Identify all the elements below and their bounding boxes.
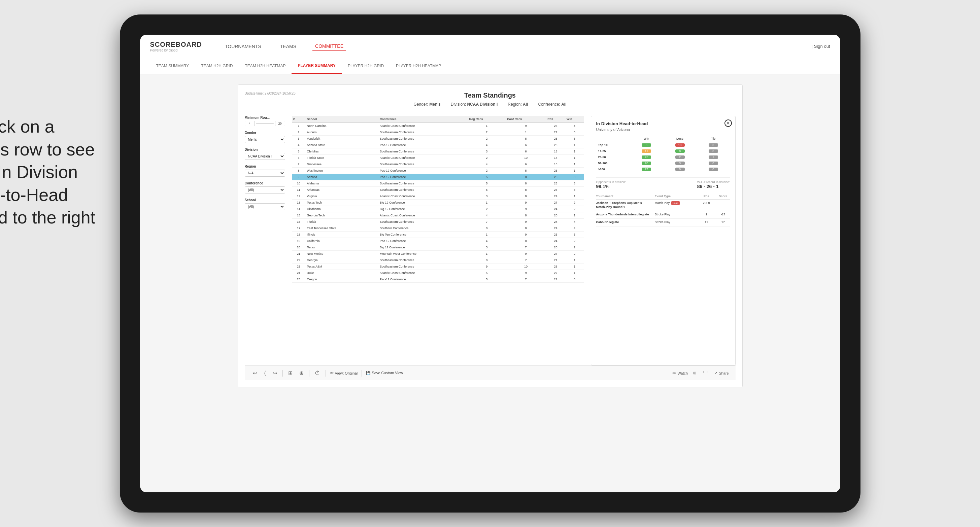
table-row[interactable]: 21 New Mexico Mountain West Conference 1…	[292, 251, 584, 257]
cell-reg-rank: 1	[468, 251, 505, 257]
loss-badge: Loss	[671, 201, 680, 205]
save-custom-label[interactable]: 💾 Save Custom View	[366, 371, 403, 375]
gender-select[interactable]: Men's	[245, 136, 285, 143]
table-row[interactable]: 20 Texas Big 12 Conference 3 7 20 2	[292, 244, 584, 251]
table-row[interactable]: 18 Illinois Big Ten Conference 1 9 23 3	[292, 232, 584, 238]
cell-school: Arizona	[305, 174, 379, 180]
cell-school: East Tennessee State	[305, 225, 379, 232]
cell-rds: 24	[546, 225, 565, 232]
view-original-label[interactable]: 👁 View: Original	[330, 371, 358, 376]
cell-conf-rank: 6	[506, 161, 546, 168]
subnav-team-summary[interactable]: TEAM SUMMARY	[150, 59, 195, 73]
crop-button[interactable]: ⊞	[287, 368, 294, 378]
cell-conference: Southeastern Conference	[379, 136, 468, 142]
table-row[interactable]: 23 Texas A&M Southeastern Conference 9 1…	[292, 264, 584, 270]
subnav-player-h2h-heatmap[interactable]: PLAYER H2H HEATMAP	[390, 59, 447, 73]
min-rounds-min-input[interactable]	[245, 121, 255, 126]
cell-win: 3	[565, 180, 584, 187]
annotation-text: 5. Click on a team's row to see their In…	[0, 116, 100, 229]
nav-committee[interactable]: COMMITTEE	[312, 42, 346, 51]
conference-select[interactable]: (All)	[245, 186, 285, 194]
cell-rds: 18	[546, 161, 565, 168]
col-conference: Conference	[379, 116, 468, 123]
step-back-button[interactable]: ⟨	[262, 368, 267, 378]
table-row[interactable]: 15 Georgia Tech Atlantic Coast Conferenc…	[292, 212, 584, 219]
subnav-team-h2h-heatmap[interactable]: TEAM H2H HEATMAP	[239, 59, 291, 73]
table-row[interactable]: 3 Vanderbilt Southeastern Conference 2 8…	[292, 136, 584, 142]
sign-out-link[interactable]: | Sign out	[812, 44, 830, 49]
tournament-row-3[interactable]: Cabo Collegiate Stroke Play 11 17	[596, 219, 730, 227]
subnav-team-h2h-grid[interactable]: TEAM H2H GRID	[195, 59, 239, 73]
tournament-name-2: Arizona Thunderbirds Intercollegiate	[596, 213, 652, 217]
cell-num: 18	[292, 232, 306, 238]
nav-tournaments[interactable]: TOURNAMENTS	[222, 42, 264, 51]
cell-conference: Pac-12 Conference	[379, 168, 468, 174]
conference-select-label: Conference	[245, 181, 285, 185]
table-row[interactable]: 9 Arizona Pac-12 Conference 5 8 23 3	[292, 174, 584, 180]
h2h-loss: 3	[663, 160, 697, 166]
table-row[interactable]: 2 Auburn Southeastern Conference 2 1 27 …	[292, 129, 584, 136]
add-button[interactable]: ⊕	[298, 368, 305, 378]
table-row[interactable]: 22 Georgia Southeastern Conference 8 7 2…	[292, 257, 584, 264]
cell-reg-rank: 4	[468, 212, 505, 219]
table-row[interactable]: 17 East Tennessee State Southern Confere…	[292, 225, 584, 232]
cell-num: 10	[292, 180, 306, 187]
redo-button[interactable]: ↪	[271, 368, 278, 378]
table-row[interactable]: 4 Arizona State Pac-12 Conference 4 6 26…	[292, 142, 584, 148]
undo-button[interactable]: ↩	[251, 368, 259, 378]
cell-win: 1	[565, 193, 584, 200]
cell-reg-rank: 2	[468, 168, 505, 174]
layout-button[interactable]: ⊞	[693, 371, 696, 375]
table-row[interactable]: 16 Florida Southeastern Conference 7 9 2…	[292, 219, 584, 225]
table-row[interactable]: 25 Oregon Pac-12 Conference 5 7 21 0	[292, 276, 584, 283]
table-row[interactable]: 24 Duke Atlantic Coast Conference 5 9 27…	[292, 270, 584, 276]
cell-win: 1	[565, 212, 584, 219]
table-row[interactable]: 19 California Pac-12 Conference 4 8 24 2	[292, 238, 584, 244]
cell-school: Oregon	[305, 276, 379, 283]
cell-conference: Mountain West Conference	[379, 251, 468, 257]
cell-win: 1	[565, 257, 584, 264]
h2h-tie: 1	[697, 154, 730, 160]
clock-button[interactable]: ⏱	[313, 369, 321, 378]
region-select[interactable]: N/A	[245, 170, 285, 177]
division-filter: Division: NCAA Division I	[451, 102, 498, 107]
nav-teams[interactable]: TEAMS	[277, 42, 299, 51]
cell-conference: Atlantic Coast Conference	[379, 270, 468, 276]
grid-button[interactable]: ⋮⋮	[702, 371, 709, 375]
table-row[interactable]: 13 Texas Tech Big 12 Conference 1 9 27 2	[292, 200, 584, 206]
cell-school: Florida	[305, 219, 379, 225]
subnav-player-h2h-grid[interactable]: PLAYER H2H GRID	[342, 59, 390, 73]
table-row[interactable]: 14 Oklahoma Big 12 Conference 2 9 24 2	[292, 206, 584, 212]
cell-conference: Atlantic Coast Conference	[379, 155, 468, 161]
col-reg-rank: Reg Rank	[468, 116, 505, 123]
table-row[interactable]: 11 Arkansas Southeastern Conference 6 8 …	[292, 187, 584, 193]
cell-conf-rank: 9	[506, 200, 546, 206]
toolbar-sep-2	[309, 370, 309, 376]
range-slider[interactable]	[256, 123, 274, 124]
tournament-row-1[interactable]: Jackson T. Stephens Cup Men's Match-Play…	[596, 200, 730, 211]
h2h-loss: 8	[663, 148, 697, 154]
table-row[interactable]: 8 Washington Pac-12 Conference 2 8 23 1	[292, 168, 584, 174]
table-row[interactable]: 10 Alabama Southeastern Conference 5 8 2…	[292, 180, 584, 187]
col-win: Win	[565, 116, 584, 123]
min-rounds-max-input[interactable]	[275, 121, 285, 126]
close-button[interactable]: ✕	[724, 119, 732, 127]
cell-conference: Southeastern Conference	[379, 129, 468, 136]
share-button[interactable]: ↗ Share	[714, 371, 729, 375]
table-row[interactable]: 1 North Carolina Atlantic Coast Conferen…	[292, 123, 584, 129]
table-row[interactable]: 5 Ole Miss Southeastern Conference 3 6 1…	[292, 148, 584, 155]
tournament-row-2[interactable]: Arizona Thunderbirds Intercollegiate Str…	[596, 211, 730, 219]
table-row[interactable]: 12 Virginia Atlantic Coast Conference 3 …	[292, 193, 584, 200]
cell-num: 8	[292, 168, 306, 174]
watch-button[interactable]: 👁 Watch	[672, 371, 688, 375]
cell-school: New Mexico	[305, 251, 379, 257]
table-row[interactable]: 7 Tennessee Southeastern Conference 4 6 …	[292, 161, 584, 168]
cell-school: Ole Miss	[305, 148, 379, 155]
division-select[interactable]: NCAA Division I	[245, 153, 285, 160]
tournament-header: Tournament Event Type Pos Score	[596, 193, 730, 200]
cell-conference: Southeastern Conference	[379, 161, 468, 168]
region-filter: Region: All	[508, 102, 528, 107]
table-row[interactable]: 6 Florida State Atlantic Coast Conferenc…	[292, 155, 584, 161]
school-select[interactable]: (All)	[245, 203, 285, 210]
subnav-player-summary[interactable]: PLAYER SUMMARY	[291, 59, 341, 74]
